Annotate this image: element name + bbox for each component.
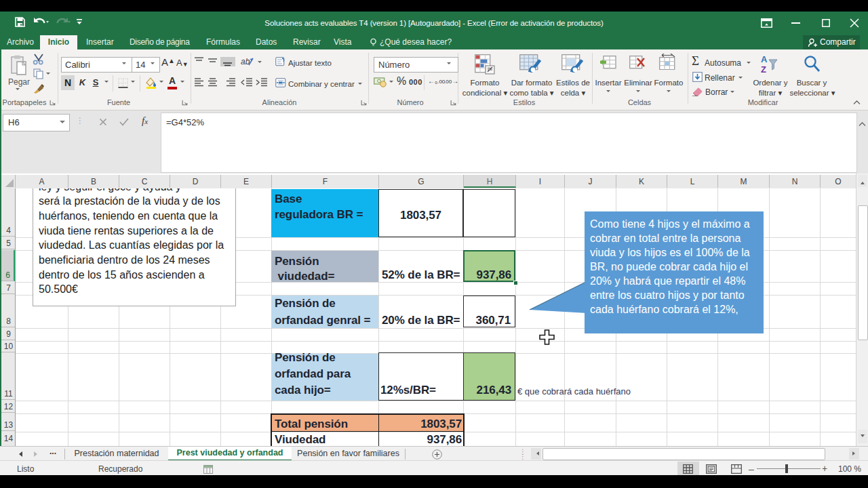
svg-text:Z: Z: [761, 64, 766, 75]
svg-text:ab: ab: [241, 57, 250, 66]
svg-text:A: A: [761, 54, 768, 64]
